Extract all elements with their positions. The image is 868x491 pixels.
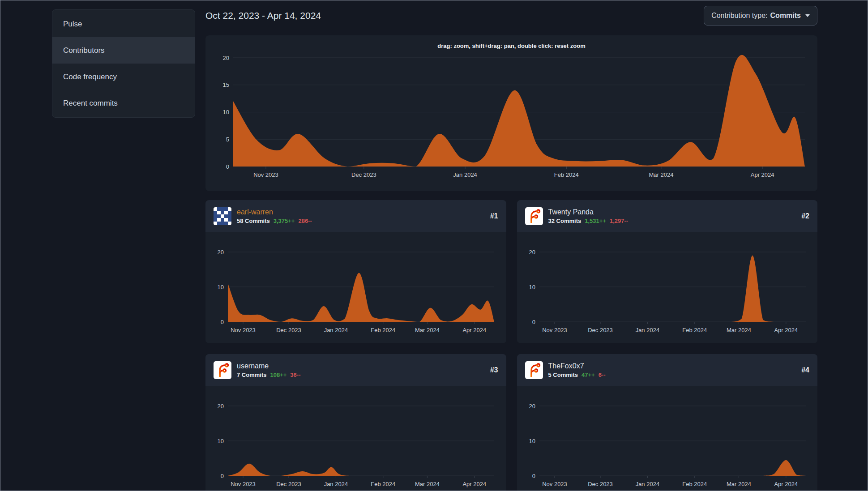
deletions-count: 36-- (290, 371, 300, 378)
deletions-count: 1,297-- (610, 218, 628, 224)
svg-text:Apr 2024: Apr 2024 (774, 481, 798, 487)
svg-text:Feb 2024: Feb 2024 (554, 171, 579, 178)
contributor-card-header: username 7 Commits 108++ 36-- #3 (205, 354, 506, 386)
sidebar-item-pulse[interactable]: Pulse (52, 11, 195, 37)
rank-badge: #3 (490, 366, 498, 374)
contributor-card-header: Twenty Panda 32 Commits 1,531++ 1,297-- … (517, 200, 818, 232)
additions-count: 3,375++ (274, 218, 295, 224)
date-range-title: Oct 22, 2023 - Apr 14, 2024 (205, 10, 321, 21)
contributor-identity: Twenty Panda 32 Commits 1,531++ 1,297-- (548, 208, 629, 224)
svg-text:Mar 2024: Mar 2024 (415, 327, 440, 333)
contributor-card: Twenty Panda 32 Commits 1,531++ 1,297-- … (517, 200, 818, 343)
chevron-down-icon (805, 14, 810, 17)
svg-text:Dec 2023: Dec 2023 (351, 171, 376, 178)
svg-text:10: 10 (529, 438, 535, 444)
svg-text:5: 5 (226, 136, 229, 143)
svg-text:Jan 2024: Jan 2024 (324, 481, 348, 487)
sidebar-item-recent-commits[interactable]: Recent commits (52, 90, 195, 116)
contributor-name-link[interactable]: username (237, 362, 300, 370)
svg-text:0: 0 (532, 319, 535, 325)
avatar[interactable] (525, 207, 543, 225)
svg-text:20: 20 (529, 403, 535, 410)
avatar[interactable] (214, 207, 231, 225)
contributor-card-header: earl-warren 58 Commits 3,375++ 286-- #1 (205, 200, 506, 232)
chart-zoom-hint: drag: zoom, shift+drag: pan, double clic… (205, 43, 817, 49)
svg-text:Feb 2024: Feb 2024 (371, 481, 395, 487)
svg-text:15: 15 (223, 81, 229, 88)
svg-text:Nov 2023: Nov 2023 (231, 327, 256, 333)
contributor-stats: 7 Commits 108++ 36-- (237, 371, 300, 378)
svg-text:Jan 2024: Jan 2024 (635, 327, 659, 333)
svg-text:Feb 2024: Feb 2024 (682, 327, 707, 333)
svg-text:0: 0 (221, 319, 224, 325)
rank-badge: #2 (801, 212, 809, 220)
contributor-commits-chart[interactable]: 01020Nov 2023Dec 2023Jan 2024Feb 2024Mar… (205, 232, 506, 335)
svg-text:20: 20 (218, 249, 224, 256)
commit-count: 5 Commits (548, 371, 578, 378)
avatar[interactable] (525, 361, 543, 379)
sidebar-item-code-frequency[interactable]: Code frequency (52, 64, 195, 90)
svg-text:10: 10 (218, 438, 224, 444)
repo-activity-sidebar: Pulse Contributors Code frequency Recent… (52, 9, 195, 118)
additions-count: 108++ (270, 371, 286, 378)
svg-text:Dec 2023: Dec 2023 (276, 327, 301, 333)
identicon-avatar-image (214, 207, 231, 225)
contributor-commits-chart[interactable]: 01020Nov 2023Dec 2023Jan 2024Feb 2024Mar… (205, 386, 506, 489)
commit-count: 58 Commits (237, 218, 270, 224)
additions-count: 1,531++ (585, 218, 606, 224)
svg-text:10: 10 (218, 284, 224, 290)
additions-count: 47++ (582, 371, 595, 378)
svg-text:20: 20 (529, 249, 535, 256)
overall-commits-chart[interactable]: 05101520Nov 2023Dec 2023Jan 2024Feb 2024… (205, 51, 817, 186)
contributor-stats: 5 Commits 47++ 6-- (548, 371, 606, 378)
contributor-name-link[interactable]: earl-warren (237, 208, 312, 216)
rank-badge: #1 (490, 212, 498, 220)
sidebar-item-contributors[interactable]: Contributors (52, 37, 195, 64)
svg-text:Feb 2024: Feb 2024 (371, 327, 395, 333)
contributor-stats: 32 Commits 1,531++ 1,297-- (548, 218, 629, 224)
svg-text:Apr 2024: Apr 2024 (462, 327, 486, 333)
contributor-commits-chart[interactable]: 01020Nov 2023Dec 2023Jan 2024Feb 2024Mar… (517, 386, 817, 489)
svg-text:Dec 2023: Dec 2023 (588, 481, 613, 487)
svg-text:Nov 2023: Nov 2023 (253, 171, 278, 178)
svg-text:10: 10 (529, 284, 535, 290)
forgejo-logo-avatar-image (214, 361, 231, 379)
contribution-type-dropdown[interactable]: Contribution type: Commits (704, 6, 817, 26)
svg-text:Jan 2024: Jan 2024 (324, 327, 348, 333)
contributor-cards-grid: earl-warren 58 Commits 3,375++ 286-- #1 … (205, 200, 817, 491)
contributor-card: TheFox0x7 5 Commits 47++ 6-- #4 01020Nov… (517, 354, 818, 491)
commit-count: 32 Commits (548, 218, 582, 224)
contributor-stats: 58 Commits 3,375++ 286-- (237, 218, 312, 224)
svg-text:Apr 2024: Apr 2024 (751, 171, 774, 178)
svg-text:0: 0 (226, 163, 229, 170)
svg-text:Mar 2024: Mar 2024 (726, 481, 751, 487)
svg-text:20: 20 (223, 55, 229, 61)
svg-text:Nov 2023: Nov 2023 (542, 481, 567, 487)
avatar[interactable] (214, 361, 231, 379)
forgejo-logo-avatar-image (525, 207, 543, 225)
svg-text:Dec 2023: Dec 2023 (276, 481, 301, 487)
forgejo-logo-avatar-image (525, 361, 543, 379)
svg-text:Mar 2024: Mar 2024 (726, 327, 751, 333)
contribution-type-value: Commits (770, 12, 801, 20)
contributor-name-link[interactable]: TheFox0x7 (548, 362, 606, 370)
svg-text:Mar 2024: Mar 2024 (415, 481, 440, 487)
contributor-identity: username 7 Commits 108++ 36-- (237, 362, 300, 378)
overall-activity-panel: drag: zoom, shift+drag: pan, double clic… (205, 35, 817, 191)
svg-text:Jan 2024: Jan 2024 (453, 171, 477, 178)
contributor-card: username 7 Commits 108++ 36-- #3 01020No… (205, 354, 506, 491)
contributor-card-header: TheFox0x7 5 Commits 47++ 6-- #4 (517, 354, 818, 386)
svg-text:Feb 2024: Feb 2024 (682, 481, 707, 487)
svg-text:Apr 2024: Apr 2024 (774, 327, 798, 333)
contributor-name-link[interactable]: Twenty Panda (548, 208, 629, 216)
rank-badge: #4 (801, 366, 809, 374)
contribution-type-label: Contribution type: (711, 12, 767, 20)
contributor-card: earl-warren 58 Commits 3,375++ 286-- #1 … (205, 200, 506, 343)
contributor-commits-chart[interactable]: 01020Nov 2023Dec 2023Jan 2024Feb 2024Mar… (517, 232, 817, 335)
svg-text:Dec 2023: Dec 2023 (588, 327, 613, 333)
svg-text:Jan 2024: Jan 2024 (635, 481, 659, 487)
svg-text:0: 0 (221, 473, 224, 479)
deletions-count: 286-- (298, 218, 312, 224)
svg-text:20: 20 (218, 403, 224, 410)
svg-text:Mar 2024: Mar 2024 (649, 171, 673, 178)
